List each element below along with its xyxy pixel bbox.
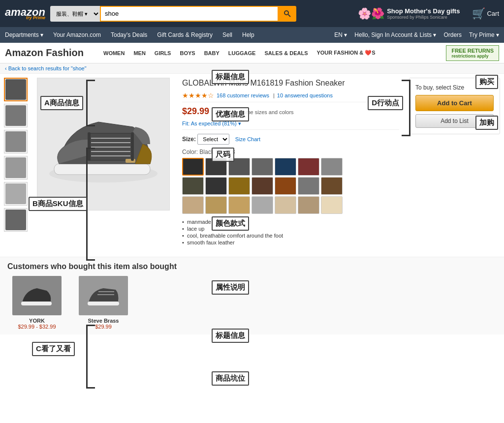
size-section: Size: Select Size Chart bbox=[182, 134, 399, 145]
color-swatch-21[interactable] bbox=[321, 196, 343, 214]
free-returns-badge: FREE RETURNS restrictions apply bbox=[446, 45, 499, 61]
main-product-image bbox=[37, 78, 170, 211]
fashion-boys[interactable]: BOYS bbox=[180, 50, 195, 56]
color-swatch-5[interactable] bbox=[275, 158, 296, 176]
search-button[interactable] bbox=[279, 6, 296, 22]
add-to-list-button[interactable]: Add to List bbox=[415, 114, 494, 128]
color-swatch-19[interactable] bbox=[275, 196, 296, 214]
color-swatch-12[interactable] bbox=[275, 177, 296, 195]
cart-area[interactable]: 🛒 Cart bbox=[472, 7, 499, 20]
nav-bar: Departments ▾ Your Amazon.com Today's De… bbox=[0, 27, 504, 43]
add-to-cart-button[interactable]: Add to Cart bbox=[415, 95, 494, 111]
color-swatches bbox=[182, 158, 349, 214]
product-info-section: GLOBALWin Mans M161819 Fashion Sneaker ★… bbox=[177, 78, 404, 250]
product-shoe-1 bbox=[17, 281, 57, 310]
color-swatch-10[interactable] bbox=[228, 177, 250, 195]
color-swatch-11[interactable] bbox=[252, 177, 273, 195]
svg-line-1 bbox=[288, 14, 290, 17]
product-card-img-2 bbox=[79, 276, 128, 315]
flower-icon: 🌸🌺 bbox=[358, 7, 384, 20]
product-1-name: YORK bbox=[7, 318, 66, 324]
fit-info[interactable]: Fit: As expected (81%) ▾ bbox=[182, 121, 399, 127]
product-title: GLOBALWin Mans M161819 Fashion Sneaker bbox=[182, 78, 399, 89]
free-returns-label: FREE RETURNS bbox=[451, 48, 494, 54]
thumbnail-4[interactable] bbox=[4, 156, 28, 180]
color-swatch-8[interactable] bbox=[182, 177, 204, 195]
gift-cards-nav[interactable]: Gift Cards & Registry bbox=[157, 31, 213, 38]
fashion-baby[interactable]: BABY bbox=[204, 50, 220, 56]
todays-deals-nav[interactable]: Today's Deals bbox=[111, 31, 147, 38]
product-1-price: $29.99 - $32.99 bbox=[7, 324, 66, 330]
main-image-area bbox=[34, 78, 172, 250]
fashion-nav: Amazon Fashion WOMEN MEN GIRLS BOYS BABY… bbox=[0, 43, 504, 63]
svg-rect-13 bbox=[21, 302, 52, 305]
account-nav[interactable]: Hello, Sign In Account & Lists ▾ bbox=[354, 31, 436, 38]
color-swatch-20[interactable] bbox=[298, 196, 319, 214]
features-section: manmade lace up cool, breathable comfort… bbox=[182, 219, 399, 245]
color-swatch-16[interactable] bbox=[205, 196, 227, 214]
also-bought-title: Customers who bought this item also boug… bbox=[7, 262, 497, 271]
product-2-price: $29.99 bbox=[74, 324, 133, 330]
thumbnail-2[interactable] bbox=[4, 104, 28, 127]
product-2-name: Steve Brass bbox=[74, 318, 133, 324]
color-swatch-9[interactable] bbox=[205, 177, 227, 195]
departments-nav[interactable]: Departments ▾ bbox=[5, 31, 43, 38]
color-swatch-14[interactable] bbox=[321, 177, 343, 195]
fashion-men[interactable]: MEN bbox=[133, 50, 145, 56]
language-nav[interactable]: EN ▾ bbox=[334, 31, 347, 38]
color-swatch-7[interactable] bbox=[321, 158, 343, 176]
fashion-luggage[interactable]: LUGGAGE bbox=[228, 50, 256, 56]
fashion-title: Amazon Fashion bbox=[5, 47, 94, 59]
star-rating: ★★★★☆ bbox=[182, 91, 214, 99]
color-label: Color: Black Grey18 bbox=[182, 149, 399, 155]
size-chart-link[interactable]: Size Chart bbox=[235, 136, 260, 142]
search-input[interactable] bbox=[100, 6, 279, 22]
feature-2: lace up bbox=[182, 226, 399, 232]
svg-rect-12 bbox=[131, 132, 134, 161]
help-nav[interactable]: Help bbox=[242, 31, 254, 38]
search-icon bbox=[284, 10, 291, 18]
fashion-girls[interactable]: GIRLS bbox=[155, 50, 171, 56]
fashion-your[interactable]: YOUR FASHION & ❤️S bbox=[316, 50, 375, 56]
feature-4: smooth faux leather bbox=[182, 240, 399, 245]
color-swatch-4[interactable] bbox=[252, 158, 273, 176]
reviews-link[interactable]: 168 customer reviews bbox=[217, 92, 269, 98]
search-category-select[interactable]: 服装、鞋帽 ▾ bbox=[50, 6, 100, 22]
mothers-day-banner[interactable]: 🌸🌺 Shop Mother's Day gifts Sponsored by … bbox=[358, 7, 460, 20]
color-swatch-17[interactable] bbox=[228, 196, 250, 214]
your-amazon-nav[interactable]: Your Amazon.com bbox=[53, 31, 101, 38]
breadcrumb[interactable]: ‹ Back to search results for "shoe" bbox=[0, 63, 504, 74]
also-bought-section: Customers who bought this item also boug… bbox=[0, 257, 504, 334]
thumbnail-6[interactable] bbox=[4, 208, 28, 232]
answered-link[interactable]: 10 answered questions bbox=[277, 92, 333, 98]
also-bought-product-2[interactable]: Steve Brass $29.99 bbox=[74, 276, 133, 330]
color-swatch-3[interactable] bbox=[228, 158, 250, 176]
also-bought-product-1[interactable]: YORK $29.99 - $32.99 bbox=[7, 276, 66, 330]
color-swatch-18[interactable] bbox=[252, 196, 273, 214]
also-bought-products: YORK $29.99 - $32.99 Steve Brass $29.99 bbox=[7, 276, 497, 330]
color-swatch-13[interactable] bbox=[298, 177, 319, 195]
thumbnail-1[interactable] bbox=[4, 78, 28, 101]
cart-icon: 🛒 bbox=[472, 7, 485, 20]
product-shoe-2 bbox=[84, 281, 123, 310]
svg-rect-3 bbox=[54, 164, 150, 175]
color-swatch-6[interactable] bbox=[298, 158, 319, 176]
thumbnail-5[interactable] bbox=[4, 182, 28, 206]
thumbnail-3[interactable] bbox=[4, 130, 28, 153]
color-swatch-2[interactable] bbox=[205, 158, 227, 176]
mothers-day-title: Shop Mother's Day gifts bbox=[387, 7, 460, 15]
sell-nav[interactable]: Sell bbox=[222, 31, 232, 38]
fashion-sales[interactable]: SALES & DEALS bbox=[264, 50, 308, 56]
amazon-logo[interactable]: amazon try Prime bbox=[5, 7, 45, 20]
orders-nav[interactable]: Orders bbox=[443, 31, 462, 38]
price-section: $29.99 Return on some sizes and colors bbox=[182, 106, 399, 117]
size-prompt: To buy, select Size bbox=[415, 84, 494, 91]
fashion-women[interactable]: WOMEN bbox=[103, 50, 125, 56]
svg-rect-14 bbox=[88, 302, 119, 305]
main-content: GLOBALWin Mans M161819 Fashion Sneaker ★… bbox=[0, 74, 504, 254]
shoe-illustration bbox=[39, 95, 167, 193]
color-swatch-15[interactable] bbox=[182, 196, 204, 214]
try-prime-nav[interactable]: Try Prime ▾ bbox=[469, 31, 499, 38]
color-swatch-1[interactable] bbox=[182, 158, 204, 176]
size-select[interactable]: Select bbox=[197, 134, 229, 145]
